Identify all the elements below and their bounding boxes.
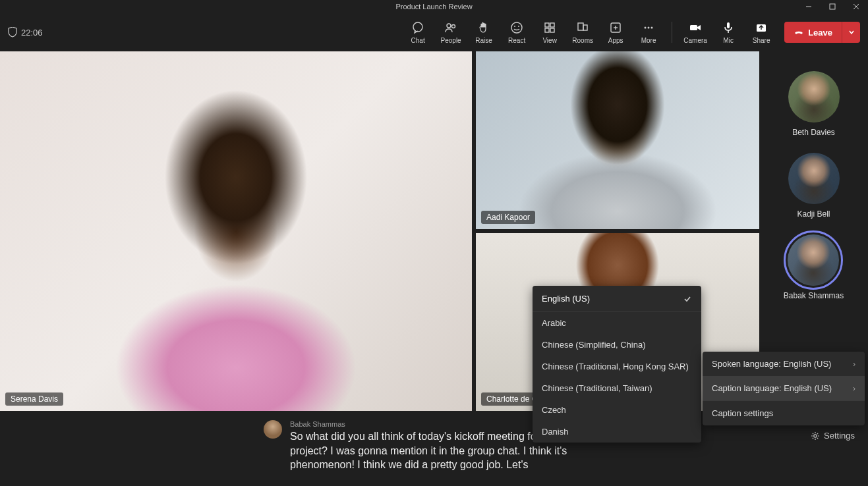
svg-rect-22 — [690, 25, 697, 30]
language-selected-label: English (US) — [542, 294, 590, 304]
rooms-icon — [576, 21, 589, 34]
titlebar: Product Launch Review — [0, 0, 868, 13]
svg-rect-11 — [550, 23, 554, 27]
leave-group: Leave — [784, 22, 860, 43]
meeting-timer: 22:06 — [8, 27, 43, 38]
ellipsis-icon — [642, 21, 655, 34]
shield-icon — [8, 27, 17, 38]
language-option[interactable]: Chinese (Simplified, China) — [533, 334, 701, 356]
attendee-name: Beth Davies — [792, 128, 835, 137]
people-icon — [444, 21, 457, 34]
camera-button[interactable]: Camera — [679, 16, 712, 48]
gear-icon — [811, 431, 820, 441]
svg-rect-10 — [545, 23, 549, 27]
maximize-button[interactable] — [821, 0, 844, 13]
attendee-item[interactable]: Babak Shammas — [784, 234, 844, 300]
toolbar-actions: Chat People Raise React View — [401, 16, 860, 48]
attendee-item[interactable]: Beth Davies — [788, 71, 840, 137]
mic-button[interactable]: Mic — [712, 16, 745, 48]
avatar — [788, 234, 839, 286]
leave-button[interactable]: Leave — [784, 22, 842, 43]
emoji-icon — [510, 21, 523, 34]
share-button[interactable]: Share — [745, 16, 778, 48]
minimize-button[interactable] — [797, 0, 821, 13]
svg-rect-15 — [583, 25, 587, 30]
share-icon — [755, 21, 768, 34]
grid-icon — [543, 21, 556, 34]
svg-rect-13 — [550, 28, 554, 32]
avatar — [788, 153, 840, 204]
svg-point-7 — [511, 22, 522, 33]
secondary-video-tile[interactable]: Aadi Kapoor — [476, 51, 759, 229]
chevron-right-icon: › — [853, 384, 855, 393]
svg-rect-23 — [727, 22, 730, 28]
language-option[interactable]: Czech — [533, 399, 701, 421]
language-selected-row[interactable]: English (US) — [533, 286, 701, 312]
attendee-name: Babak Shammas — [784, 291, 844, 300]
svg-point-20 — [648, 26, 650, 28]
language-option[interactable]: Chinese (Traditional, Taiwan) — [533, 377, 701, 399]
leave-dropdown-button[interactable] — [842, 22, 860, 43]
apps-button[interactable]: Apps — [599, 16, 632, 48]
svg-point-4 — [413, 22, 422, 32]
close-button[interactable] — [844, 0, 868, 13]
svg-point-8 — [514, 26, 515, 27]
people-button[interactable]: People — [434, 16, 467, 48]
hangup-icon — [794, 27, 804, 38]
attendee-name: Kadji Bell — [797, 209, 830, 219]
chat-icon — [411, 21, 424, 34]
plus-square-icon — [609, 21, 622, 34]
svg-point-21 — [651, 26, 653, 28]
rooms-button[interactable]: Rooms — [566, 16, 599, 48]
chevron-down-icon — [848, 29, 855, 36]
svg-point-26 — [814, 434, 817, 437]
meeting-toolbar: 22:06 Chat People Raise React — [0, 13, 868, 51]
svg-rect-12 — [545, 28, 549, 32]
attendee-item[interactable]: Kadji Bell — [788, 153, 840, 219]
spoken-language-item[interactable]: Spoken language: English (US) › — [703, 352, 865, 376]
chat-button[interactable]: Chat — [401, 16, 434, 48]
language-option[interactable]: Danish — [533, 421, 701, 443]
react-button[interactable]: React — [500, 16, 533, 48]
caption-settings-link[interactable]: Settings — [811, 431, 855, 441]
language-option[interactable]: Arabic — [533, 312, 701, 334]
view-button[interactable]: View — [533, 16, 566, 48]
svg-rect-14 — [578, 23, 583, 30]
camera-icon — [689, 21, 702, 34]
svg-point-9 — [518, 26, 519, 27]
toolbar-divider — [672, 22, 672, 43]
main-video-tile[interactable]: Serena Davis — [0, 51, 472, 411]
language-dropdown[interactable]: English (US) Arabic Chinese (Simplified,… — [533, 286, 701, 443]
raise-hand-icon — [477, 21, 490, 34]
window-title: Product Launch Review — [395, 3, 472, 11]
avatar — [788, 71, 840, 122]
svg-rect-1 — [830, 4, 835, 9]
caption-language-item[interactable]: Caption language: English (US) › — [703, 376, 865, 400]
timer-value: 22:06 — [21, 28, 43, 38]
check-icon — [683, 294, 692, 304]
caption-speaker-avatar — [264, 420, 282, 439]
more-button[interactable]: More — [632, 16, 665, 48]
svg-point-19 — [645, 26, 647, 28]
participant-name-tag: Serena Davis — [5, 392, 63, 406]
caption-language-menu[interactable]: Spoken language: English (US) › Caption … — [703, 352, 865, 425]
mic-icon — [722, 21, 735, 34]
language-option[interactable]: Chinese (Traditional, Hong Kong SAR) — [533, 356, 701, 377]
window-controls — [797, 0, 868, 13]
svg-point-6 — [452, 24, 455, 28]
caption-settings-item[interactable]: Caption settings — [703, 401, 865, 425]
raise-button[interactable]: Raise — [467, 16, 500, 48]
participant-name-tag: Aadi Kapoor — [481, 211, 535, 224]
svg-point-5 — [447, 24, 451, 28]
chevron-right-icon: › — [853, 360, 855, 369]
